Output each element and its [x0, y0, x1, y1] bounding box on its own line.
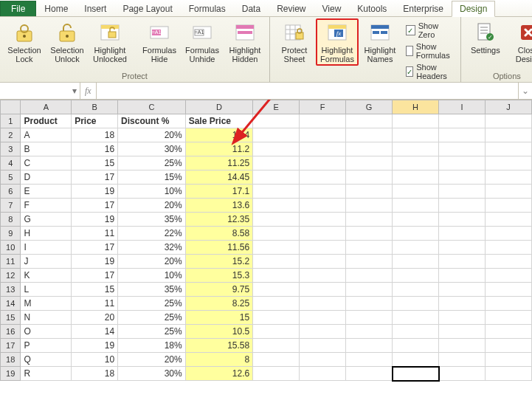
worksheet[interactable]: ABCDEFGHIJ 1ProductPriceDiscount %Sale P… [0, 100, 532, 403]
cell[interactable] [439, 353, 486, 367]
close-design-button[interactable]: Close Design [507, 18, 532, 66]
cell[interactable] [393, 269, 439, 283]
cell[interactable] [253, 297, 300, 311]
row-header[interactable]: 17 [1, 339, 21, 353]
cell[interactable]: 14 [72, 325, 118, 339]
tab-formulas[interactable]: Formulas [181, 1, 234, 16]
col-header-E[interactable]: E [253, 100, 300, 114]
row-header[interactable]: 4 [1, 156, 21, 170]
cell[interactable]: 19 [72, 339, 118, 353]
cell[interactable] [393, 114, 439, 128]
cell[interactable] [393, 142, 439, 156]
cell[interactable] [300, 297, 346, 311]
cell[interactable] [393, 170, 439, 185]
cell[interactable] [253, 227, 300, 241]
cell[interactable]: 10.5 [185, 325, 253, 339]
cell[interactable] [439, 114, 486, 128]
cell[interactable]: 18 [72, 128, 118, 142]
cell[interactable] [485, 156, 531, 170]
tab-page-layout[interactable]: Page Layout [114, 1, 180, 16]
cell[interactable] [346, 325, 393, 339]
cell[interactable]: 10% [118, 185, 186, 199]
cell[interactable] [253, 170, 300, 185]
row-header[interactable]: 13 [1, 283, 21, 297]
cell[interactable]: 19 [72, 255, 118, 269]
cell[interactable] [485, 199, 531, 213]
cell[interactable] [485, 213, 531, 227]
cell[interactable]: B [21, 142, 72, 156]
cell[interactable] [253, 185, 300, 199]
cell[interactable] [300, 241, 346, 255]
cell[interactable]: 8 [185, 353, 253, 367]
cell[interactable] [393, 325, 439, 339]
cell[interactable]: 25% [118, 325, 186, 339]
cell[interactable] [253, 325, 300, 339]
formula-bar-expand[interactable]: ⌄ [518, 83, 532, 99]
cell[interactable]: 32% [118, 241, 186, 255]
cell[interactable]: 20 [72, 311, 118, 325]
cell[interactable]: Product [21, 114, 72, 128]
cell[interactable] [346, 185, 393, 199]
cell[interactable] [300, 311, 346, 325]
cell[interactable] [393, 128, 439, 142]
cell[interactable] [253, 353, 300, 367]
cell[interactable] [346, 199, 393, 213]
highlight-unlocked-button[interactable]: Highlight Unlocked [89, 18, 131, 66]
cell[interactable] [485, 255, 531, 269]
cell[interactable] [393, 185, 439, 199]
cell[interactable] [300, 255, 346, 269]
cell[interactable]: 17 [72, 170, 118, 185]
tab-view[interactable]: View [314, 1, 350, 16]
col-header-H[interactable]: H [393, 100, 439, 114]
cell[interactable]: J [21, 255, 72, 269]
highlight-formulas-button[interactable]: fx Highlight Formulas [316, 18, 359, 66]
cell[interactable]: Sale Price [185, 114, 253, 128]
cell[interactable]: G [21, 213, 72, 227]
cell[interactable]: 20% [118, 255, 186, 269]
col-header-I[interactable]: I [439, 100, 486, 114]
tab-insert[interactable]: Insert [76, 1, 114, 16]
cell[interactable] [346, 213, 393, 227]
row-header[interactable]: 16 [1, 325, 21, 339]
cell[interactable]: A [21, 128, 72, 142]
cell[interactable]: 15 [185, 311, 253, 325]
name-box[interactable]: ▾ [0, 83, 80, 99]
cell[interactable] [300, 227, 346, 241]
cell[interactable] [346, 114, 393, 128]
row-header[interactable]: 18 [1, 353, 21, 367]
row-header[interactable]: 7 [1, 199, 21, 213]
cell[interactable] [485, 353, 531, 367]
cell[interactable] [300, 283, 346, 297]
row-header[interactable]: 9 [1, 227, 21, 241]
cell[interactable]: 12.6 [185, 367, 253, 381]
cell[interactable] [253, 339, 300, 353]
cell[interactable] [393, 156, 439, 170]
row-header[interactable]: 6 [1, 185, 21, 199]
highlight-hidden-button[interactable]: Highlight Hidden [224, 18, 266, 66]
cell[interactable]: 15.3 [185, 269, 253, 283]
cell[interactable] [485, 283, 531, 297]
cell[interactable] [253, 213, 300, 227]
cell[interactable]: 10% [118, 269, 186, 283]
cell[interactable] [346, 311, 393, 325]
cell[interactable]: Discount % [118, 114, 186, 128]
tab-home[interactable]: Home [36, 1, 76, 16]
cell[interactable]: 25% [118, 156, 186, 170]
cell[interactable]: H [21, 227, 72, 241]
cell[interactable] [300, 156, 346, 170]
tab-kutools[interactable]: Kutools [349, 1, 395, 16]
cell[interactable] [253, 283, 300, 297]
row-header[interactable]: 10 [1, 241, 21, 255]
cell[interactable] [346, 339, 393, 353]
cell[interactable] [439, 339, 486, 353]
cell[interactable]: 14.4 [185, 128, 253, 142]
cell[interactable] [253, 255, 300, 269]
cell[interactable]: 17 [72, 269, 118, 283]
cell[interactable] [439, 227, 486, 241]
cell[interactable]: 11 [72, 227, 118, 241]
cell[interactable] [346, 227, 393, 241]
cell[interactable] [253, 142, 300, 156]
cell[interactable]: 18 [72, 367, 118, 381]
cell[interactable]: D [21, 170, 72, 185]
cell[interactable] [485, 325, 531, 339]
